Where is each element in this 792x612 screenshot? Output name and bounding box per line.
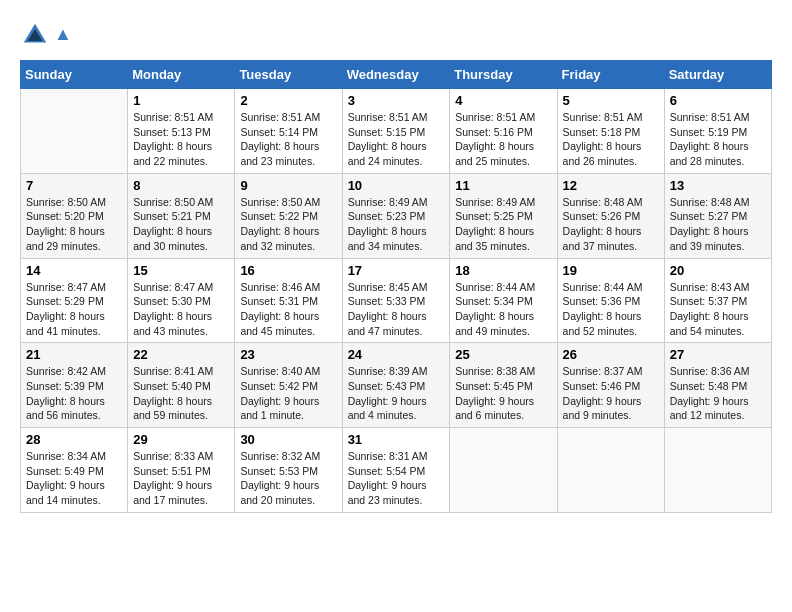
calendar-cell: 11Sunrise: 8:49 AMSunset: 5:25 PMDayligh… (450, 173, 557, 258)
day-number: 2 (240, 93, 336, 108)
calendar-week-row: 21Sunrise: 8:42 AMSunset: 5:39 PMDayligh… (21, 343, 772, 428)
calendar-cell: 2Sunrise: 8:51 AMSunset: 5:14 PMDaylight… (235, 89, 342, 174)
day-number: 11 (455, 178, 551, 193)
day-info: Sunrise: 8:51 AMSunset: 5:16 PMDaylight:… (455, 110, 551, 169)
page-header: ▲ (20, 20, 772, 50)
calendar-week-row: 14Sunrise: 8:47 AMSunset: 5:29 PMDayligh… (21, 258, 772, 343)
day-info: Sunrise: 8:48 AMSunset: 5:26 PMDaylight:… (563, 195, 659, 254)
day-number: 29 (133, 432, 229, 447)
day-info: Sunrise: 8:50 AMSunset: 5:21 PMDaylight:… (133, 195, 229, 254)
day-info: Sunrise: 8:48 AMSunset: 5:27 PMDaylight:… (670, 195, 766, 254)
day-info: Sunrise: 8:47 AMSunset: 5:29 PMDaylight:… (26, 280, 122, 339)
calendar-cell: 20Sunrise: 8:43 AMSunset: 5:37 PMDayligh… (664, 258, 771, 343)
weekday-header: Friday (557, 61, 664, 89)
day-number: 26 (563, 347, 659, 362)
day-info: Sunrise: 8:50 AMSunset: 5:20 PMDaylight:… (26, 195, 122, 254)
weekday-header: Monday (128, 61, 235, 89)
day-info: Sunrise: 8:37 AMSunset: 5:46 PMDaylight:… (563, 364, 659, 423)
day-info: Sunrise: 8:49 AMSunset: 5:23 PMDaylight:… (348, 195, 445, 254)
weekday-header: Wednesday (342, 61, 450, 89)
calendar-cell: 31Sunrise: 8:31 AMSunset: 5:54 PMDayligh… (342, 428, 450, 513)
day-number: 10 (348, 178, 445, 193)
day-info: Sunrise: 8:51 AMSunset: 5:15 PMDaylight:… (348, 110, 445, 169)
logo-icon (20, 20, 50, 50)
calendar-cell: 24Sunrise: 8:39 AMSunset: 5:43 PMDayligh… (342, 343, 450, 428)
day-info: Sunrise: 8:44 AMSunset: 5:36 PMDaylight:… (563, 280, 659, 339)
calendar-cell: 19Sunrise: 8:44 AMSunset: 5:36 PMDayligh… (557, 258, 664, 343)
calendar-cell (450, 428, 557, 513)
calendar-week-row: 7Sunrise: 8:50 AMSunset: 5:20 PMDaylight… (21, 173, 772, 258)
calendar-cell: 10Sunrise: 8:49 AMSunset: 5:23 PMDayligh… (342, 173, 450, 258)
calendar-cell: 25Sunrise: 8:38 AMSunset: 5:45 PMDayligh… (450, 343, 557, 428)
calendar-cell: 21Sunrise: 8:42 AMSunset: 5:39 PMDayligh… (21, 343, 128, 428)
day-info: Sunrise: 8:31 AMSunset: 5:54 PMDaylight:… (348, 449, 445, 508)
calendar-week-row: 28Sunrise: 8:34 AMSunset: 5:49 PMDayligh… (21, 428, 772, 513)
day-number: 23 (240, 347, 336, 362)
calendar-table: SundayMondayTuesdayWednesdayThursdayFrid… (20, 60, 772, 513)
calendar-cell: 27Sunrise: 8:36 AMSunset: 5:48 PMDayligh… (664, 343, 771, 428)
calendar-cell: 5Sunrise: 8:51 AMSunset: 5:18 PMDaylight… (557, 89, 664, 174)
day-info: Sunrise: 8:42 AMSunset: 5:39 PMDaylight:… (26, 364, 122, 423)
day-number: 25 (455, 347, 551, 362)
day-info: Sunrise: 8:32 AMSunset: 5:53 PMDaylight:… (240, 449, 336, 508)
calendar-cell: 16Sunrise: 8:46 AMSunset: 5:31 PMDayligh… (235, 258, 342, 343)
day-info: Sunrise: 8:36 AMSunset: 5:48 PMDaylight:… (670, 364, 766, 423)
calendar-cell: 4Sunrise: 8:51 AMSunset: 5:16 PMDaylight… (450, 89, 557, 174)
calendar-cell: 29Sunrise: 8:33 AMSunset: 5:51 PMDayligh… (128, 428, 235, 513)
weekday-header: Sunday (21, 61, 128, 89)
calendar-cell: 3Sunrise: 8:51 AMSunset: 5:15 PMDaylight… (342, 89, 450, 174)
calendar-cell: 7Sunrise: 8:50 AMSunset: 5:20 PMDaylight… (21, 173, 128, 258)
day-info: Sunrise: 8:51 AMSunset: 5:13 PMDaylight:… (133, 110, 229, 169)
day-number: 8 (133, 178, 229, 193)
weekday-header: Saturday (664, 61, 771, 89)
day-info: Sunrise: 8:47 AMSunset: 5:30 PMDaylight:… (133, 280, 229, 339)
day-number: 1 (133, 93, 229, 108)
calendar-cell: 8Sunrise: 8:50 AMSunset: 5:21 PMDaylight… (128, 173, 235, 258)
calendar-cell: 17Sunrise: 8:45 AMSunset: 5:33 PMDayligh… (342, 258, 450, 343)
calendar-cell (557, 428, 664, 513)
day-info: Sunrise: 8:45 AMSunset: 5:33 PMDaylight:… (348, 280, 445, 339)
day-info: Sunrise: 8:51 AMSunset: 5:14 PMDaylight:… (240, 110, 336, 169)
day-number: 19 (563, 263, 659, 278)
day-info: Sunrise: 8:49 AMSunset: 5:25 PMDaylight:… (455, 195, 551, 254)
day-number: 6 (670, 93, 766, 108)
day-number: 14 (26, 263, 122, 278)
calendar-cell: 13Sunrise: 8:48 AMSunset: 5:27 PMDayligh… (664, 173, 771, 258)
day-info: Sunrise: 8:51 AMSunset: 5:18 PMDaylight:… (563, 110, 659, 169)
day-info: Sunrise: 8:40 AMSunset: 5:42 PMDaylight:… (240, 364, 336, 423)
day-number: 27 (670, 347, 766, 362)
day-number: 3 (348, 93, 445, 108)
day-number: 30 (240, 432, 336, 447)
day-number: 16 (240, 263, 336, 278)
day-number: 20 (670, 263, 766, 278)
logo-text: ▲ (54, 24, 72, 46)
calendar-cell: 18Sunrise: 8:44 AMSunset: 5:34 PMDayligh… (450, 258, 557, 343)
day-info: Sunrise: 8:44 AMSunset: 5:34 PMDaylight:… (455, 280, 551, 339)
day-number: 5 (563, 93, 659, 108)
calendar-cell: 23Sunrise: 8:40 AMSunset: 5:42 PMDayligh… (235, 343, 342, 428)
calendar-cell: 22Sunrise: 8:41 AMSunset: 5:40 PMDayligh… (128, 343, 235, 428)
weekday-header-row: SundayMondayTuesdayWednesdayThursdayFrid… (21, 61, 772, 89)
calendar-cell: 26Sunrise: 8:37 AMSunset: 5:46 PMDayligh… (557, 343, 664, 428)
logo: ▲ (20, 20, 72, 50)
calendar-week-row: 1Sunrise: 8:51 AMSunset: 5:13 PMDaylight… (21, 89, 772, 174)
calendar-cell: 28Sunrise: 8:34 AMSunset: 5:49 PMDayligh… (21, 428, 128, 513)
calendar-cell: 1Sunrise: 8:51 AMSunset: 5:13 PMDaylight… (128, 89, 235, 174)
calendar-cell: 9Sunrise: 8:50 AMSunset: 5:22 PMDaylight… (235, 173, 342, 258)
day-info: Sunrise: 8:38 AMSunset: 5:45 PMDaylight:… (455, 364, 551, 423)
day-info: Sunrise: 8:51 AMSunset: 5:19 PMDaylight:… (670, 110, 766, 169)
day-number: 15 (133, 263, 229, 278)
day-info: Sunrise: 8:33 AMSunset: 5:51 PMDaylight:… (133, 449, 229, 508)
day-info: Sunrise: 8:46 AMSunset: 5:31 PMDaylight:… (240, 280, 336, 339)
day-info: Sunrise: 8:50 AMSunset: 5:22 PMDaylight:… (240, 195, 336, 254)
day-number: 24 (348, 347, 445, 362)
calendar-cell (21, 89, 128, 174)
day-number: 17 (348, 263, 445, 278)
day-info: Sunrise: 8:34 AMSunset: 5:49 PMDaylight:… (26, 449, 122, 508)
day-number: 22 (133, 347, 229, 362)
calendar-cell: 15Sunrise: 8:47 AMSunset: 5:30 PMDayligh… (128, 258, 235, 343)
calendar-cell: 14Sunrise: 8:47 AMSunset: 5:29 PMDayligh… (21, 258, 128, 343)
calendar-cell: 6Sunrise: 8:51 AMSunset: 5:19 PMDaylight… (664, 89, 771, 174)
day-number: 9 (240, 178, 336, 193)
day-number: 21 (26, 347, 122, 362)
